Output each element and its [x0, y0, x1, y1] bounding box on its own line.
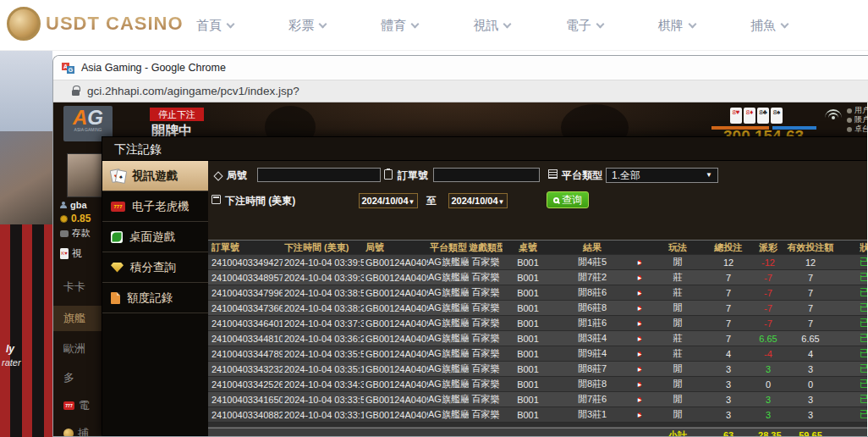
round-input[interactable]: [257, 168, 381, 182]
order-input[interactable]: [433, 168, 540, 182]
info-label: 卓台: [847, 124, 867, 134]
search-icon: [553, 197, 559, 203]
cell-total-bet: 12: [707, 257, 750, 268]
date-from-value: 2024/10/04: [362, 196, 409, 206]
playing-card: 8♠: [771, 108, 783, 124]
play-button[interactable]: ▶: [638, 351, 642, 357]
date-to-value: 2024/10/04: [452, 196, 498, 206]
info-dot-icon: [847, 127, 852, 132]
totals-label: 小計: [648, 429, 707, 437]
browser-title-bar[interactable]: A G Asia Gaming - Google Chrome: [53, 56, 868, 80]
play-button[interactable]: ▶: [638, 321, 642, 326]
sidebar-item[interactable]: 777电子老虎機: [102, 191, 208, 222]
person-icon: [60, 202, 67, 208]
cell-table-no: B001: [503, 410, 553, 420]
info-label: 賬户: [847, 115, 867, 124]
nav-item[interactable]: 視訊: [473, 18, 510, 34]
cell-total-bet: 7: [707, 303, 750, 313]
cell-bet-type: 閒: [648, 317, 707, 329]
platform-select[interactable]: 1.全部 ▼: [606, 168, 718, 183]
play-button[interactable]: ▶: [638, 275, 642, 280]
game-menu-label: 多: [63, 370, 74, 385]
game-menu-item[interactable]: 多: [53, 365, 102, 390]
brand-name: USDT CASINO: [46, 13, 184, 35]
search-button[interactable]: 查询: [547, 191, 589, 208]
playing-card: 8♣: [757, 108, 769, 124]
playing-card: 8♦: [744, 108, 755, 124]
sidebar-item-label: 積分查詢: [130, 260, 176, 275]
nav-item[interactable]: 體育: [381, 18, 418, 34]
cell-replay: ▶: [631, 256, 648, 268]
table-row: 2410040334478992024-10-04 03:35:58GB0012…: [208, 346, 867, 362]
promo-sky: [0, 51, 52, 131]
sidebar-item[interactable]: 積分查詢: [102, 252, 208, 283]
cell-round-id: GB00124A04090: [364, 410, 428, 420]
nav-item-label: 電子: [566, 18, 591, 34]
date-from-select[interactable]: 2024/10/04▼: [359, 193, 418, 208]
date-to-select[interactable]: 2024/10/04▼: [448, 193, 508, 208]
nav-item[interactable]: 捕魚: [750, 18, 788, 34]
cell-bet-time: 2024-10-04 03:36:22: [283, 334, 364, 344]
play-button[interactable]: ▶: [638, 260, 642, 265]
sidebar-item[interactable]: 桌面遊戲: [102, 222, 208, 252]
promo-blur: [0, 131, 52, 224]
deposit-label: 存款: [72, 227, 91, 240]
game-menu-item[interactable]: 旗艦: [53, 306, 102, 331]
game-page-background: AG ASIA GAMING 停止下注 開牌中 8♥8♦8♣8♠ 300,154…: [53, 102, 867, 436]
cell-bet-type: 閒: [648, 378, 707, 390]
game-menu-label: 卡卡: [63, 279, 85, 295]
nav-item[interactable]: 棋牌: [658, 18, 695, 34]
url-text: gci.2hhapi.com/agingame/pcv1/index.jsp?: [87, 85, 299, 97]
game-menu-label: 捕: [78, 426, 89, 436]
cell-total-bet: 3: [707, 364, 750, 374]
play-button[interactable]: ▶: [638, 367, 642, 372]
cell-valid-bet: 0: [787, 379, 834, 390]
play-button[interactable]: ▶: [638, 397, 642, 402]
cell-payout: -7: [750, 288, 787, 298]
table-row: 2410040334895712024-10-04 03:39:34GB0012…: [208, 270, 867, 285]
cell-bet-type: 閒: [648, 256, 707, 268]
ag-logo-g: G: [87, 106, 103, 129]
cell-status: 已派彩: [834, 301, 867, 314]
info-label-text: 賬户: [854, 115, 867, 124]
cell-replay: ▶: [631, 286, 648, 299]
cell-game-type: 百家樂: [469, 393, 503, 406]
dropdown-arrow-icon: ▼: [706, 169, 712, 182]
nav-item[interactable]: 首頁: [196, 18, 233, 34]
cell-payout: 6.65: [750, 334, 787, 344]
cell-payout: 3: [750, 364, 787, 374]
play-button[interactable]: ▶: [638, 306, 642, 311]
game-menu-item[interactable]: 捕: [53, 421, 102, 436]
cell-game-type: 百家樂: [469, 271, 503, 284]
cell-order: 241004033489571: [208, 273, 283, 283]
sidebar-item[interactable]: 額度記錄: [102, 283, 208, 313]
sidebar-item[interactable]: 視訊遊戲: [102, 161, 208, 191]
brand[interactable]: USDT CASINO: [7, 7, 184, 41]
cell-bet-time: 2024-10-04 03:33:55: [283, 395, 364, 405]
video-tab-row[interactable]: K♥ 視: [60, 246, 102, 261]
cell-status: 已派彩: [834, 393, 867, 406]
play-button[interactable]: ▶: [638, 412, 642, 418]
clipboard-icon: [384, 169, 393, 180]
game-menu-item[interactable]: 歐洲: [53, 336, 102, 362]
cell-valid-bet: 4: [787, 349, 834, 359]
cell-bet-type: 閒: [648, 393, 707, 406]
dice-icon: [111, 231, 123, 243]
username-row: gba: [60, 200, 102, 210]
nav-item[interactable]: 電子: [566, 18, 603, 34]
cell-result: 閒8莊6: [553, 286, 631, 299]
game-menu-item[interactable]: 卡卡: [53, 274, 102, 300]
cell-valid-bet: 7: [787, 303, 834, 313]
game-menu-item[interactable]: 777電: [53, 393, 102, 418]
deposit-row[interactable]: 存款: [60, 227, 102, 240]
nav-item[interactable]: 彩票: [288, 18, 326, 34]
play-button[interactable]: ▶: [638, 382, 642, 387]
cell-order: 241004033447899: [208, 349, 283, 359]
address-bar[interactable]: gci.2hhapi.com/agingame/pcv1/index.jsp?: [53, 80, 868, 102]
cell-replay: ▶: [631, 301, 648, 314]
favicon-g: G: [67, 66, 74, 74]
play-button[interactable]: ▶: [638, 336, 642, 341]
play-button[interactable]: ▶: [638, 290, 642, 296]
cell-total-bet: 3: [707, 395, 750, 405]
cell-status: 已派彩: [834, 256, 867, 268]
